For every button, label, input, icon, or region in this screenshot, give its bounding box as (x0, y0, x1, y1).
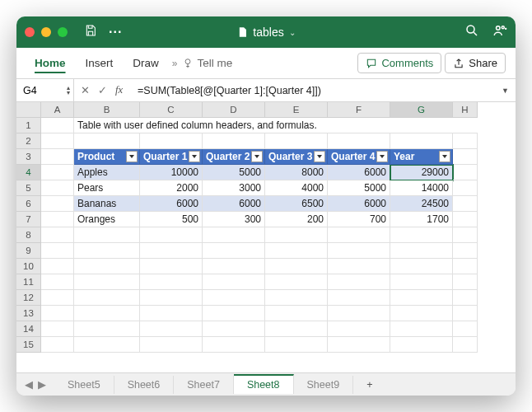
filter-icon[interactable] (314, 151, 325, 162)
maximize-window-button[interactable] (58, 27, 68, 37)
svg-point-2 (497, 26, 501, 30)
table-header-year[interactable]: Year (390, 149, 453, 165)
col-header-E[interactable]: E (265, 102, 328, 118)
sheet-tab[interactable]: Sheet7 (174, 376, 234, 394)
tab-insert[interactable]: Insert (77, 54, 122, 73)
search-icon[interactable] (464, 23, 479, 41)
table-header-product[interactable]: Product (74, 149, 140, 165)
cancel-formula-icon[interactable]: ✕ (81, 84, 90, 96)
col-header-C[interactable]: C (140, 102, 203, 118)
row-header-3[interactable]: 3 (16, 149, 41, 165)
ribbon-overflow-icon[interactable]: » (170, 58, 180, 69)
row-header-7[interactable]: 7 (16, 212, 41, 227)
window-controls (25, 27, 68, 37)
ribbon: Home Insert Draw » Tell me Comments Shar… (16, 48, 516, 79)
name-box[interactable]: G4 ▴▾ (16, 79, 74, 101)
row-header-5[interactable]: 5 (16, 180, 41, 196)
row-header-1[interactable]: 1 (16, 118, 41, 133)
share-button[interactable]: Share (445, 53, 506, 73)
app-window: ··· tables ⌄ Home Insert Draw » Tell me … (16, 16, 516, 396)
table-header-q1[interactable]: Quarter 1 (140, 149, 203, 165)
col-header-F[interactable]: F (328, 102, 390, 118)
tab-home[interactable]: Home (26, 54, 74, 73)
col-header-B[interactable]: B (74, 102, 140, 118)
add-sheet-button[interactable]: + (353, 376, 385, 394)
chevron-down-icon: ⌄ (289, 28, 296, 37)
sheet-tab[interactable]: Sheet9 (294, 376, 354, 394)
titlebar: ··· tables ⌄ (16, 16, 516, 48)
comments-button[interactable]: Comments (357, 53, 441, 73)
row-header-2[interactable]: 2 (16, 133, 41, 149)
svg-point-3 (502, 26, 504, 29)
table-header-q3[interactable]: Quarter 3 (265, 149, 328, 165)
title-text: tables (253, 26, 283, 39)
formula-expand-icon[interactable]: ▼ (495, 87, 516, 95)
svg-point-4 (186, 59, 191, 63)
col-header-A[interactable]: A (41, 102, 74, 118)
svg-point-0 (467, 26, 474, 33)
col-header-H[interactable]: H (453, 102, 478, 118)
cell-A1[interactable] (41, 118, 74, 133)
sheet-tab[interactable]: Sheet6 (114, 376, 175, 394)
share-people-icon[interactable] (492, 23, 507, 41)
filter-icon[interactable] (126, 151, 138, 162)
table-row[interactable]: Apples (74, 165, 140, 180)
selected-cell[interactable]: 29000 (390, 165, 453, 180)
more-button[interactable]: ··· (109, 25, 122, 40)
spreadsheet-grid[interactable]: A B C D E F G H 1 Table with user define… (16, 102, 516, 372)
filter-icon[interactable] (189, 151, 200, 162)
sheet-tab-active[interactable]: Sheet8 (234, 374, 294, 394)
cell-B1[interactable]: Table with user defined column headers, … (74, 118, 478, 133)
document-title[interactable]: tables ⌄ (236, 26, 295, 39)
formula-input[interactable]: =SUM(Table8[@[Quarter 1]:[Quarter 4]]) (134, 85, 495, 96)
sheet-nav-next-icon[interactable]: ▶ (38, 378, 46, 391)
fx-icon[interactable]: fx (115, 84, 128, 96)
select-all-corner[interactable] (16, 102, 41, 118)
tab-draw[interactable]: Draw (124, 54, 167, 73)
close-window-button[interactable] (25, 27, 35, 37)
filter-icon[interactable] (251, 151, 263, 162)
sheet-tabstrip: ◀ ▶ Sheet5 Sheet6 Sheet7 Sheet8 Sheet9 + (16, 372, 516, 396)
tell-me-search[interactable]: Tell me (182, 57, 232, 69)
filter-icon[interactable] (439, 151, 450, 162)
accept-formula-icon[interactable]: ✓ (98, 84, 107, 96)
formula-bar: G4 ▴▾ ✕ ✓ fx =SUM(Table8[@[Quarter 1]:[Q… (16, 79, 516, 102)
col-header-G[interactable]: G (390, 102, 453, 118)
row-header-6[interactable]: 6 (16, 196, 41, 212)
row-header-4[interactable]: 4 (16, 165, 41, 180)
svg-line-1 (474, 32, 477, 35)
minimize-window-button[interactable] (41, 27, 51, 37)
save-icon[interactable] (84, 24, 97, 40)
sheet-nav-prev-icon[interactable]: ◀ (25, 378, 33, 391)
namebox-stepper[interactable]: ▴▾ (67, 86, 70, 96)
col-header-D[interactable]: D (203, 102, 265, 118)
sheet-tab[interactable]: Sheet5 (54, 376, 114, 394)
table-header-q4[interactable]: Quarter 4 (328, 149, 390, 165)
table-header-q2[interactable]: Quarter 2 (203, 149, 265, 165)
filter-icon[interactable] (376, 151, 388, 162)
